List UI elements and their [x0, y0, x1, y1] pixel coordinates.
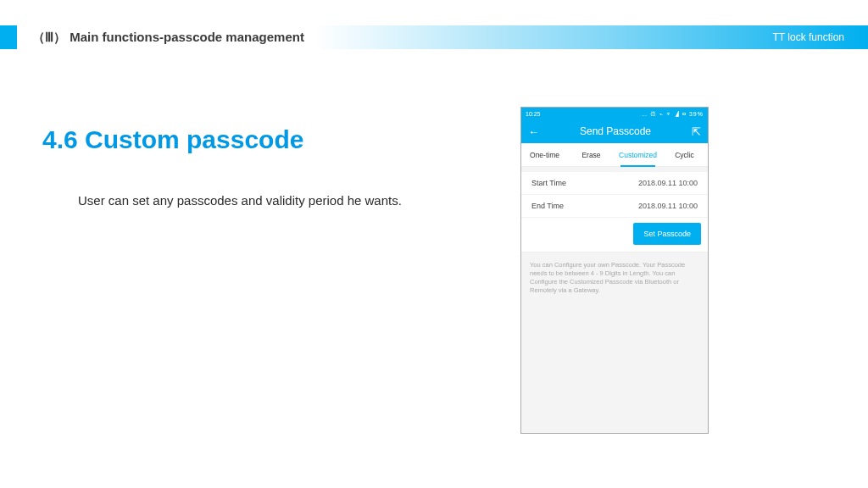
header-title: （Ⅲ） Main functions-passcode management — [17, 30, 304, 46]
tab-one-time[interactable]: One-time — [521, 144, 568, 166]
tab-customized[interactable]: Customized — [615, 144, 661, 166]
start-time-label: Start Time — [531, 179, 566, 187]
header-text: Main functions-passcode management — [70, 30, 304, 44]
status-bar: 10:25 … ⚙ ⌁ ᯤ ◢ ▭ 39% — [521, 108, 708, 119]
header-right-label: TT lock function — [773, 31, 844, 43]
end-time-row[interactable]: End Time 2018.09.11 10:00 — [521, 195, 708, 218]
header-accent — [0, 25, 17, 49]
button-row: Set Passcode — [521, 218, 708, 252]
section-body: User can set any passcodes and validity … — [78, 193, 402, 208]
hint-text: You can Configure your own Passcode. You… — [521, 252, 708, 304]
header-gradient: （Ⅲ） Main functions-passcode management T… — [17, 25, 868, 49]
tab-cyclic[interactable]: Cyclic — [661, 144, 708, 166]
share-icon[interactable]: ⇱ — [692, 125, 701, 138]
phone-mockup: 10:25 … ⚙ ⌁ ᯤ ◢ ▭ 39% ← Send Passcode ⇱ … — [520, 107, 709, 434]
appbar-title: Send Passcode — [580, 125, 651, 137]
start-time-value: 2018.09.11 10:00 — [638, 179, 698, 187]
tab-bar: One-time Erase Customized Cyclic — [521, 143, 708, 167]
status-icons: … ⚙ ⌁ ᯤ ◢ ▭ 39% — [641, 111, 704, 117]
app-bar: ← Send Passcode ⇱ — [521, 119, 708, 143]
end-time-value: 2018.09.11 10:00 — [638, 202, 698, 210]
status-time: 10:25 — [526, 111, 541, 117]
header-roman: （Ⅲ） — [32, 30, 66, 44]
section-title: 4.6 Custom passcode — [42, 125, 303, 154]
slide-header: （Ⅲ） Main functions-passcode management T… — [0, 25, 868, 49]
start-time-row[interactable]: Start Time 2018.09.11 10:00 — [521, 172, 708, 195]
form-area: Start Time 2018.09.11 10:00 End Time 201… — [521, 172, 708, 218]
back-icon[interactable]: ← — [528, 125, 539, 138]
end-time-label: End Time — [531, 202, 564, 210]
set-passcode-button[interactable]: Set Passcode — [633, 223, 701, 245]
tab-erase[interactable]: Erase — [568, 144, 615, 166]
